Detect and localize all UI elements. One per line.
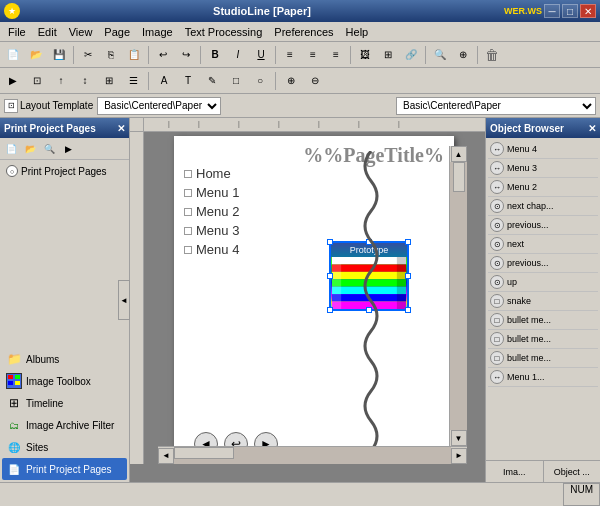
zoom-out-button[interactable]: ⊕: [452, 44, 474, 66]
tb2-btn3[interactable]: ↑: [50, 70, 72, 92]
menu-edit[interactable]: Edit: [32, 24, 63, 40]
ima-button[interactable]: Ima...: [486, 461, 544, 482]
left-panel-collapse[interactable]: ◄: [118, 280, 130, 320]
handle-tl[interactable]: [327, 239, 333, 245]
tb2-btn9[interactable]: ✎: [201, 70, 223, 92]
obj-item-snake[interactable]: □ snake: [488, 292, 598, 311]
image-button[interactable]: 🖼: [354, 44, 376, 66]
obj-item-bullet3[interactable]: □ bullet me...: [488, 349, 598, 368]
handle-bl[interactable]: [327, 307, 333, 313]
zoom-in-button[interactable]: 🔍: [429, 44, 451, 66]
tb2-btn12[interactable]: ⊕: [280, 70, 302, 92]
wavy-decoration: [359, 151, 384, 451]
tb2-btn8[interactable]: T: [177, 70, 199, 92]
menu-file[interactable]: File: [2, 24, 32, 40]
italic-button[interactable]: I: [227, 44, 249, 66]
obj-item-next[interactable]: ⊙ next: [488, 235, 598, 254]
close-right-panel-icon[interactable]: ✕: [588, 123, 596, 134]
bold-button[interactable]: B: [204, 44, 226, 66]
copy-button[interactable]: ⎘: [100, 44, 122, 66]
undo-button[interactable]: ↩: [152, 44, 174, 66]
menu-image[interactable]: Image: [136, 24, 179, 40]
title-bar: ★ StudioLine [Paper] WER.WS ─ □ ✕: [0, 0, 600, 22]
align-center-button[interactable]: ≡: [302, 44, 324, 66]
panel-search-btn[interactable]: 🔍: [40, 140, 58, 158]
vscroll-track[interactable]: [450, 162, 467, 430]
new-button[interactable]: 📄: [2, 44, 24, 66]
nav-item-albums[interactable]: 📁 Albums: [2, 348, 127, 370]
horizontal-scrollbar[interactable]: ◄ ►: [158, 446, 467, 464]
menu-page[interactable]: Page: [98, 24, 136, 40]
hscroll-right-btn[interactable]: ►: [451, 448, 467, 464]
layout-dropdown[interactable]: Basic\Centered\Paper: [97, 97, 221, 115]
tree-item-print-project[interactable]: ○ Print Project Pages: [4, 164, 125, 178]
tb2-btn5[interactable]: ⊞: [98, 70, 120, 92]
vertical-scrollbar[interactable]: ▲ ▼: [449, 146, 467, 446]
cut-button[interactable]: ✂: [77, 44, 99, 66]
obj-item-bullet1[interactable]: □ bullet me...: [488, 311, 598, 330]
menu-view[interactable]: View: [63, 24, 99, 40]
close-button[interactable]: ✕: [580, 4, 596, 18]
nav-item-image-archive[interactable]: 🗂 Image Archive Filter: [2, 414, 127, 436]
tb2-btn11[interactable]: ○: [249, 70, 271, 92]
obj-item-previous2[interactable]: ⊙ previous...: [488, 254, 598, 273]
vscroll-thumb[interactable]: [453, 162, 465, 192]
open-button[interactable]: 📂: [25, 44, 47, 66]
close-panel-icon[interactable]: ✕: [117, 123, 125, 134]
nav-item-sites[interactable]: 🌐 Sites: [2, 436, 127, 458]
nav-item-timeline[interactable]: ⊞ Timeline: [2, 392, 127, 414]
hscroll-track[interactable]: [174, 447, 451, 464]
underline-button[interactable]: U: [250, 44, 272, 66]
template-select[interactable]: Basic\Centered\Paper: [396, 97, 596, 115]
menu1-dot: [184, 189, 192, 197]
app-icon: ★: [4, 3, 20, 19]
align-left-button[interactable]: ≡: [279, 44, 301, 66]
menu3-label: Menu 3: [196, 223, 239, 238]
tb2-btn10[interactable]: □: [225, 70, 247, 92]
handle-br[interactable]: [405, 307, 411, 313]
toolbar-2: ▶ ⊡ ↑ ↕ ⊞ ☰ A T ✎ □ ○ ⊕ ⊖: [0, 68, 600, 94]
object-button[interactable]: Object ...: [544, 461, 601, 482]
link-button[interactable]: 🔗: [400, 44, 422, 66]
table-button[interactable]: ⊞: [377, 44, 399, 66]
obj-item-previous[interactable]: ⊙ previous...: [488, 216, 598, 235]
obj-item-bullet2[interactable]: □ bullet me...: [488, 330, 598, 349]
ruler-vertical: [130, 132, 144, 464]
vscroll-up-btn[interactable]: ▲: [451, 146, 467, 162]
nav-item-print-project[interactable]: 📄 Print Project Pages: [2, 458, 127, 480]
obj-item-menu2[interactable]: ↔ Menu 2: [488, 178, 598, 197]
panel-forward-btn[interactable]: ▶: [59, 140, 77, 158]
tb2-btn13[interactable]: ⊖: [304, 70, 326, 92]
tb2-btn6[interactable]: ☰: [122, 70, 144, 92]
ruler-corner: [130, 118, 144, 132]
menu-help[interactable]: Help: [340, 24, 375, 40]
menu-text-processing[interactable]: Text Processing: [179, 24, 269, 40]
align-right-button[interactable]: ≡: [325, 44, 347, 66]
panel-new-btn[interactable]: 📄: [2, 140, 20, 158]
save-button[interactable]: 💾: [48, 44, 70, 66]
hscroll-thumb[interactable]: [174, 447, 234, 459]
handle-tr[interactable]: [405, 239, 411, 245]
tb2-btn1[interactable]: ▶: [2, 70, 24, 92]
tb2-btn4[interactable]: ↕: [74, 70, 96, 92]
paste-button[interactable]: 📋: [123, 44, 145, 66]
layout-label: Layout Template: [20, 100, 93, 111]
obj-item-up[interactable]: ⊙ up: [488, 273, 598, 292]
menu-preferences[interactable]: Preferences: [268, 24, 339, 40]
handle-ml[interactable]: [327, 273, 333, 279]
obj-item-next-chap[interactable]: ⊙ next chap...: [488, 197, 598, 216]
obj-item-menu1[interactable]: ↔ Menu 1...: [488, 368, 598, 387]
vscroll-down-btn[interactable]: ▼: [451, 430, 467, 446]
maximize-button[interactable]: □: [562, 4, 578, 18]
handle-mr[interactable]: [405, 273, 411, 279]
obj-item-menu3[interactable]: ↔ Menu 3: [488, 159, 598, 178]
hscroll-left-btn[interactable]: ◄: [158, 448, 174, 464]
obj-item-menu4[interactable]: ↔ Menu 4: [488, 140, 598, 159]
tb2-btn7[interactable]: A: [153, 70, 175, 92]
trash-button[interactable]: 🗑: [481, 44, 503, 66]
tb2-btn2[interactable]: ⊡: [26, 70, 48, 92]
minimize-button[interactable]: ─: [544, 4, 560, 18]
nav-item-image-toolbox[interactable]: Image Toolbox: [2, 370, 127, 392]
redo-button[interactable]: ↪: [175, 44, 197, 66]
panel-open-btn[interactable]: 📂: [21, 140, 39, 158]
